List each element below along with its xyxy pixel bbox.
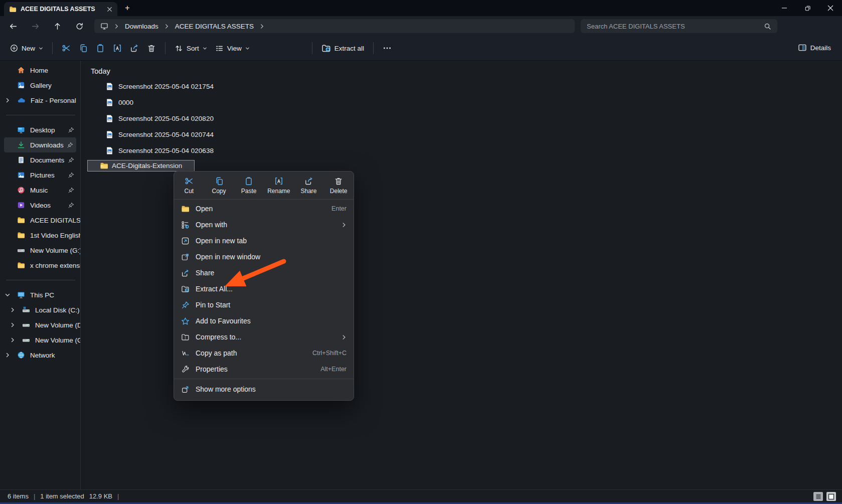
up-icon[interactable] — [49, 18, 65, 34]
file-row[interactable]: Screenshot 2025-05-04 020638 — [81, 142, 292, 158]
copy-icon — [215, 177, 224, 186]
chevron-right-icon[interactable] — [5, 353, 10, 358]
search-icon[interactable] — [764, 23, 771, 30]
file-row[interactable]: Screenshot 2025-05-04 020820 — [81, 110, 292, 126]
menu-item-compress-to[interactable]: Compress to... — [174, 329, 354, 345]
cut-button[interactable] — [60, 40, 72, 56]
tab-close-icon[interactable] — [107, 7, 112, 12]
restore-icon[interactable] — [796, 0, 819, 16]
file-row[interactable]: Screenshot 2025-05-04 021754 — [81, 78, 292, 94]
sidebar-item-new-volume-g-2[interactable]: New Volume (G:) — [0, 332, 80, 348]
sidebar-item-onedrive[interactable]: Faiz - Personal — [0, 93, 80, 108]
tab-title: ACEE DIGITALS ASSETS — [21, 6, 103, 13]
menu-item-properties[interactable]: Properties Alt+Enter — [174, 361, 354, 377]
sidebar-item-acee-digitals-assets[interactable]: ACEE DIGITALS ASS — [0, 213, 80, 228]
this-pc-icon[interactable] — [100, 22, 108, 30]
group-header-today[interactable]: Today — [91, 67, 842, 75]
menu-item-pin-to-start[interactable]: Pin to Start — [174, 297, 354, 313]
search-input[interactable] — [587, 23, 764, 30]
chevron-right-icon[interactable] — [5, 98, 10, 103]
sidebar-item-network[interactable]: Network — [0, 348, 80, 363]
new-button[interactable]: New — [6, 41, 47, 55]
copy-button[interactable] — [77, 40, 89, 56]
sidebar-item-this-pc[interactable]: This PC — [0, 287, 80, 302]
minimize-icon[interactable] — [773, 0, 796, 16]
search-box[interactable] — [581, 19, 777, 33]
menu-item-open[interactable]: Open Enter — [174, 201, 354, 217]
details-button[interactable]: Details — [794, 40, 835, 55]
delete-button[interactable] — [145, 40, 157, 56]
folder-icon — [17, 231, 25, 239]
sidebar-item-music[interactable]: Music — [0, 183, 80, 198]
sort-label: Sort — [187, 45, 199, 52]
wrench-icon — [181, 365, 190, 374]
navigation-pane: Home Gallery Faiz - Personal Desktop Dow… — [0, 61, 81, 489]
chevron-right-icon[interactable] — [10, 307, 15, 312]
status-divider: | — [117, 492, 119, 500]
large-icons-view-toggle[interactable] — [826, 492, 836, 501]
compress-zip-icon — [181, 333, 190, 342]
breadcrumb-current-folder[interactable]: ACEE DIGITALS ASSETS — [175, 23, 254, 30]
forward-icon[interactable] — [27, 18, 43, 34]
share-button[interactable] — [128, 40, 140, 56]
command-bar: New Sort View Extract all Detail — [0, 36, 842, 61]
close-icon[interactable] — [819, 0, 842, 16]
menu-item-open-in-new-window[interactable]: Open in new window — [174, 249, 354, 265]
sidebar-item-desktop[interactable]: Desktop — [0, 122, 80, 137]
more-options-icon[interactable] — [381, 40, 393, 56]
menu-item-extract-all[interactable]: Extract All... — [174, 281, 354, 297]
menu-item-copy-as-path[interactable]: Copy as path Ctrl+Shift+C — [174, 345, 354, 361]
file-row[interactable]: Screenshot 2025-05-04 020744 — [81, 126, 292, 142]
sidebar-item-gallery[interactable]: Gallery — [0, 78, 80, 93]
rename-button[interactable] — [111, 40, 123, 56]
extract-all-button[interactable]: Extract all — [317, 41, 368, 56]
new-tab-button[interactable]: + — [122, 3, 132, 13]
ctx-copy-button[interactable]: Copy — [204, 172, 234, 199]
chevron-right-icon[interactable] — [10, 338, 15, 343]
sort-button[interactable]: Sort — [171, 41, 211, 56]
ctx-delete-button[interactable]: Delete — [323, 172, 354, 199]
sidebar-item-videos[interactable]: Videos — [0, 198, 80, 213]
view-button[interactable]: View — [211, 41, 254, 56]
address-bar[interactable]: Downloads ACEE DIGITALS ASSETS — [94, 19, 575, 33]
sidebar-item-home[interactable]: Home — [0, 63, 80, 78]
pin-icon — [68, 127, 74, 133]
file-row[interactable]: 0000 — [81, 94, 292, 110]
icons-view-icon — [828, 493, 834, 500]
image-file-icon — [105, 146, 114, 155]
sidebar-item-pictures[interactable]: Pictures — [0, 167, 80, 183]
sidebar-item-local-disk-c[interactable]: Local Disk (C:) — [0, 302, 80, 317]
ctx-rename-button[interactable]: Rename — [264, 172, 294, 199]
chevron-right-icon[interactable] — [10, 322, 15, 327]
sidebar-item-1st-video-english[interactable]: 1st Video English A — [0, 228, 80, 243]
menu-item-show-more-options[interactable]: Show more options — [174, 381, 354, 398]
open-with-icon — [181, 221, 190, 229]
sidebar-item-documents[interactable]: Documents — [0, 152, 80, 167]
menu-item-add-to-favourites[interactable]: Add to Favourites — [174, 313, 354, 329]
sidebar-item-x-chrome-extension[interactable]: x chrome extension — [0, 258, 80, 273]
ctx-paste-button[interactable]: Paste — [234, 172, 264, 199]
details-view-toggle[interactable] — [813, 492, 823, 501]
back-icon[interactable] — [5, 18, 21, 34]
pin-icon — [68, 172, 74, 179]
view-label: View — [227, 45, 242, 52]
refresh-icon[interactable] — [71, 18, 87, 34]
paste-button[interactable] — [94, 40, 106, 56]
zip-folder-icon — [100, 161, 108, 170]
menu-item-open-in-new-tab[interactable]: Open in new tab — [174, 233, 354, 249]
ctx-cut-button[interactable]: Cut — [174, 172, 204, 199]
chevron-down-icon — [39, 46, 43, 51]
music-icon — [17, 186, 25, 194]
pin-icon — [68, 202, 74, 209]
chevron-down-icon[interactable] — [5, 292, 10, 297]
ctx-share-button[interactable]: Share — [294, 172, 324, 199]
new-window-icon — [181, 253, 190, 261]
file-row-selected-zip[interactable]: ACE-Digitals-Extension — [87, 160, 195, 172]
sidebar-item-new-volume-d[interactable]: New Volume (D:) — [0, 317, 80, 332]
menu-item-open-with[interactable]: Open with — [174, 217, 354, 233]
sidebar-item-new-volume-g[interactable]: New Volume (G:) — [0, 243, 80, 258]
breadcrumb-downloads[interactable]: Downloads — [125, 23, 158, 30]
explorer-tab[interactable]: ACEE DIGITALS ASSETS — [4, 2, 117, 16]
sidebar-item-downloads[interactable]: Downloads — [4, 137, 76, 152]
menu-item-share[interactable]: Share — [174, 265, 354, 281]
